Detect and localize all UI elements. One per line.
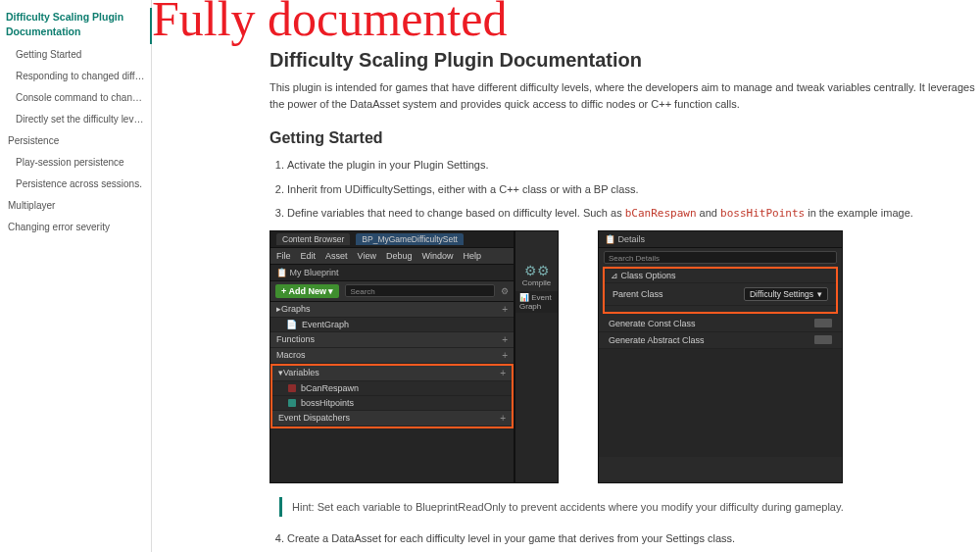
sidebar-item-directly-set[interactable]: Directly set the difficulty level withou…	[6, 109, 145, 130]
sidebar-item-responding[interactable]: Responding to changed difficulty	[6, 66, 145, 87]
step-4: Create a DataAsset for each difficulty l…	[287, 530, 980, 547]
sidebar-item-multiplayer[interactable]: Multiplayer	[6, 195, 145, 217]
search-input[interactable]: Search	[345, 284, 495, 297]
editor-tabs: Content Browser BP_MyGameDifficultySett	[270, 231, 514, 248]
menubar: File Edit Asset View Debug Window Help	[270, 248, 514, 265]
cat-macros[interactable]: Macros+	[270, 348, 514, 364]
section-getting-started: Getting Started	[270, 129, 980, 147]
cat-event-dispatchers[interactable]: Event Dispatchers+	[272, 411, 512, 427]
checkbox-abstract[interactable]	[814, 335, 832, 344]
row-gen-abstract: Generate Abstract Class	[599, 332, 842, 349]
sidebar-item-console-command[interactable]: Console command to change difficulty	[6, 87, 145, 109]
bool-icon	[288, 384, 296, 392]
compile-button[interactable]: Compile	[519, 278, 554, 287]
panel-my-blueprint: 📋 My Blueprint	[270, 265, 514, 281]
event-graph-tab[interactable]: 📊 Event Graph	[515, 291, 558, 313]
sidebar-item-error-severity[interactable]: Changing error severity	[6, 217, 145, 238]
menu-help[interactable]: Help	[463, 251, 481, 261]
sidebar-item-persistence[interactable]: Persistence	[6, 130, 145, 152]
sidebar-title[interactable]: Difficulty Scaling Plugin Documentation	[6, 8, 152, 44]
main-content: Fully documented Difficulty Scaling Plug…	[152, 0, 980, 552]
settings-icon[interactable]: ⚙	[501, 286, 509, 296]
hint-block: Hint: Set each variable to BlueprintRead…	[279, 497, 980, 517]
steps-list: Activate the plugin in your Plugin Setti…	[287, 157, 980, 223]
sidebar-item-getting-started[interactable]: Getting Started	[6, 44, 145, 66]
add-new-button[interactable]: + Add New ▾	[275, 284, 339, 298]
overlay-caption: Fully documented	[152, 0, 507, 47]
chevron-down-icon: ▾	[817, 289, 822, 299]
sidebar-item-play-session[interactable]: Play-session persistence	[6, 152, 145, 174]
steps-list-2: Create a DataAsset for each difficulty l…	[287, 530, 980, 547]
highlight-class-options: ⊿ Class Options Parent Class Difficulty …	[603, 267, 838, 314]
step-1: Activate the plugin in your Plugin Setti…	[287, 157, 980, 174]
tab-content-browser[interactable]: Content Browser	[276, 233, 350, 245]
cat-variables[interactable]: ▾Variables+	[272, 366, 512, 381]
menu-edit[interactable]: Edit	[301, 251, 317, 261]
intro-paragraph: This plugin is intended for games that h…	[270, 79, 975, 112]
step-3: Define variables that need to change bas…	[287, 205, 980, 223]
var-bcanrespawn[interactable]: bCanRespawn	[272, 381, 512, 396]
gear-icon[interactable]: ⚙⚙	[519, 263, 554, 278]
sidebar-nav: Difficulty Scaling Plugin Documentation …	[0, 0, 152, 552]
code-bosshitpoints: bossHitPoints	[720, 207, 805, 220]
tab-blueprint[interactable]: BP_MyGameDifficultySett	[356, 233, 464, 245]
search-details-input[interactable]: Search Details	[604, 251, 837, 264]
page-title: Difficulty Scaling Plugin Documentation	[270, 49, 980, 72]
step-2: Inherit from UDifficultySettings, either…	[287, 181, 980, 198]
var-bosshitpoints[interactable]: bossHitpoints	[272, 396, 512, 411]
row-parent-class: Parent Class Difficulty Settings▾	[605, 283, 836, 306]
panel-details: 📋 Details	[599, 231, 842, 248]
code-bcanrespawn: bCanRespawn	[625, 207, 697, 220]
cat-graphs[interactable]: ▸Graphs+	[270, 302, 514, 318]
menu-file[interactable]: File	[276, 251, 291, 261]
row-eventgraph[interactable]: 📄EventGraph	[270, 318, 514, 332]
cat-functions[interactable]: Functions+	[270, 332, 514, 348]
row-gen-const: Generate Const Class	[599, 316, 842, 332]
menu-view[interactable]: View	[358, 251, 376, 261]
menu-window[interactable]: Window	[421, 251, 453, 261]
menu-debug[interactable]: Debug	[386, 251, 413, 261]
int-icon	[288, 399, 296, 407]
figure-blueprint-editor: Content Browser BP_MyGameDifficultySett …	[270, 230, 980, 483]
checkbox-const[interactable]	[814, 319, 832, 327]
menu-asset[interactable]: Asset	[325, 251, 348, 261]
parent-class-dropdown[interactable]: Difficulty Settings▾	[744, 287, 828, 301]
cat-class-options[interactable]: ⊿ Class Options	[605, 269, 836, 283]
sidebar-item-persistence-across[interactable]: Persistence across sessions.	[6, 174, 145, 195]
highlight-variables: ▾Variables+ bCanRespawn bossHitpoints Ev…	[270, 364, 514, 428]
